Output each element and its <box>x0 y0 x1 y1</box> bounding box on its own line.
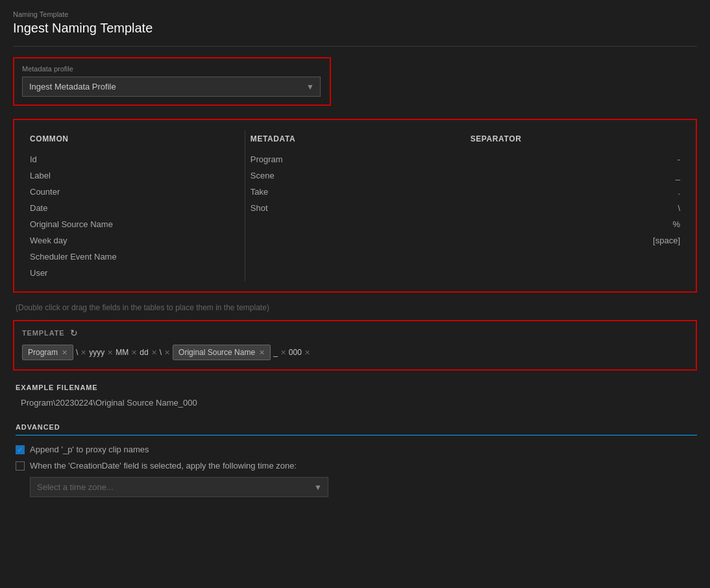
token-backslash-2: \ ✕ <box>160 348 170 357</box>
separator-item-space[interactable]: [space] <box>465 232 685 249</box>
metadata-item-empty2 <box>245 232 465 249</box>
metadata-item-take[interactable]: Take <box>245 184 465 200</box>
metadata-item-program[interactable]: Program <box>245 151 465 167</box>
metadata-item-empty4 <box>245 265 465 281</box>
token-dd-close-icon[interactable]: ✕ <box>151 349 157 357</box>
separator-item-dot[interactable]: . <box>465 184 685 200</box>
token-original-source-name-label: Original Source Name <box>178 348 255 357</box>
separator-item-dash[interactable]: - <box>465 151 685 167</box>
template-section: TEMPLATE ↻ Program ✕ \ ✕ yyyy ✕ MM ✕ <box>13 320 697 371</box>
common-item-id[interactable]: Id <box>25 151 245 167</box>
fields-table: COMMON METADATA SEPARATOR Id Program - L… <box>25 130 685 281</box>
table-row: Scheduler Event Name <box>25 249 685 265</box>
token-yyyy-label: yyyy <box>89 348 104 357</box>
table-row: Label Scene _ <box>25 167 685 184</box>
metadata-profile-section: Metadata profile Ingest Metadata Profile… <box>13 57 331 106</box>
token-000: 000 ✕ <box>289 348 310 357</box>
token-original-source-name-close-icon[interactable]: ✕ <box>259 349 265 357</box>
template-tokens: Program ✕ \ ✕ yyyy ✕ MM ✕ dd ✕ <box>22 345 688 360</box>
token-dd-label: dd <box>140 348 148 357</box>
token-backslash-1-close-icon[interactable]: ✕ <box>80 349 86 357</box>
token-000-label: 000 <box>289 348 302 357</box>
token-underscore: _ ✕ <box>273 348 286 357</box>
token-backslash-1-label: \ <box>76 348 78 357</box>
metadata-column-header: METADATA <box>245 130 465 151</box>
token-backslash-2-close-icon[interactable]: ✕ <box>164 349 170 357</box>
common-item-scheduler-event-name[interactable]: Scheduler Event Name <box>25 249 245 265</box>
reset-icon[interactable]: ↻ <box>70 328 78 338</box>
template-label: TEMPLATE <box>22 329 65 337</box>
metadata-item-empty <box>245 216 465 232</box>
metadata-profile-label: Metadata profile <box>22 65 322 73</box>
table-row: Counter Take . <box>25 184 685 200</box>
token-underscore-close-icon[interactable]: ✕ <box>280 349 286 357</box>
hint-text: (Double click or drag the fields in the … <box>13 303 697 312</box>
token-MM-label: MM <box>116 348 129 357</box>
table-row: Original Source Name % <box>25 216 685 232</box>
common-item-label[interactable]: Label <box>25 167 245 184</box>
token-backslash-1: \ ✕ <box>76 348 86 357</box>
page-title: Ingest Naming Template <box>13 21 697 36</box>
table-row: Date Shot \ <box>25 200 685 216</box>
table-row: Id Program - <box>25 151 685 167</box>
common-item-counter[interactable]: Counter <box>25 184 245 200</box>
common-item-original-source-name[interactable]: Original Source Name <box>25 216 245 232</box>
timezone-select-wrapper: Select a time zone... ▼ <box>30 477 328 497</box>
breadcrumb: Naming Template <box>13 10 697 18</box>
creation-date-checkbox[interactable] <box>16 461 25 471</box>
append-proxy-checkbox[interactable]: ✓ <box>16 445 25 454</box>
metadata-profile-wrapper: Ingest Metadata Profile ▼ <box>22 77 321 97</box>
creation-date-label: When the 'CreationDate' field is selecte… <box>30 461 297 471</box>
common-item-user[interactable]: User <box>25 265 245 281</box>
token-MM-close-icon[interactable]: ✕ <box>131 349 137 357</box>
token-yyyy-close-icon[interactable]: ✕ <box>107 349 113 357</box>
advanced-section: ADVANCED ✓ Append '_p' to proxy clip nam… <box>13 423 697 497</box>
metadata-item-shot[interactable]: Shot <box>245 200 465 216</box>
common-item-date[interactable]: Date <box>25 200 245 216</box>
creation-date-timezone-row: When the 'CreationDate' field is selecte… <box>16 461 697 471</box>
token-underscore-label: _ <box>273 348 278 357</box>
metadata-item-scene[interactable]: Scene <box>245 167 465 184</box>
token-program-close-icon[interactable]: ✕ <box>62 349 67 357</box>
token-dd: dd ✕ <box>140 348 156 357</box>
token-000-close-icon[interactable]: ✕ <box>304 349 310 357</box>
token-program[interactable]: Program ✕ <box>22 345 73 360</box>
fields-table-section: COMMON METADATA SEPARATOR Id Program - L… <box>13 119 697 293</box>
append-proxy-row: ✓ Append '_p' to proxy clip names <box>16 445 697 454</box>
title-divider <box>13 46 697 47</box>
token-yyyy: yyyy ✕ <box>89 348 113 357</box>
separator-item-backslash[interactable]: \ <box>465 200 685 216</box>
common-item-weekday[interactable]: Week day <box>25 232 245 249</box>
separator-item-empty <box>465 249 685 265</box>
append-proxy-label: Append '_p' to proxy clip names <box>30 445 149 454</box>
checkmark-icon: ✓ <box>17 445 23 454</box>
separator-column-header: SEPARATOR <box>465 130 685 151</box>
metadata-profile-select[interactable]: Ingest Metadata Profile <box>22 77 321 97</box>
token-program-label: Program <box>28 348 58 357</box>
timezone-select[interactable]: Select a time zone... <box>30 477 328 497</box>
template-header: TEMPLATE ↻ <box>22 328 688 338</box>
separator-item-underscore[interactable]: _ <box>465 167 685 184</box>
page-container: Naming Template Ingest Naming Template M… <box>0 0 710 508</box>
token-backslash-2-label: \ <box>160 348 162 357</box>
advanced-header: ADVANCED <box>16 423 697 435</box>
separator-item-empty2 <box>465 265 685 281</box>
example-filename-section: EXAMPLE FILENAME Program\20230224\Origin… <box>13 384 697 408</box>
token-original-source-name[interactable]: Original Source Name ✕ <box>173 345 271 360</box>
example-filename-label: EXAMPLE FILENAME <box>16 384 697 391</box>
common-column-header: COMMON <box>25 130 245 151</box>
example-filename-value: Program\20230224\Original Source Name_00… <box>16 398 697 408</box>
table-row: Week day [space] <box>25 232 685 249</box>
table-row: User <box>25 265 685 281</box>
metadata-item-empty3 <box>245 249 465 265</box>
token-MM: MM ✕ <box>116 348 137 357</box>
separator-item-percent[interactable]: % <box>465 216 685 232</box>
